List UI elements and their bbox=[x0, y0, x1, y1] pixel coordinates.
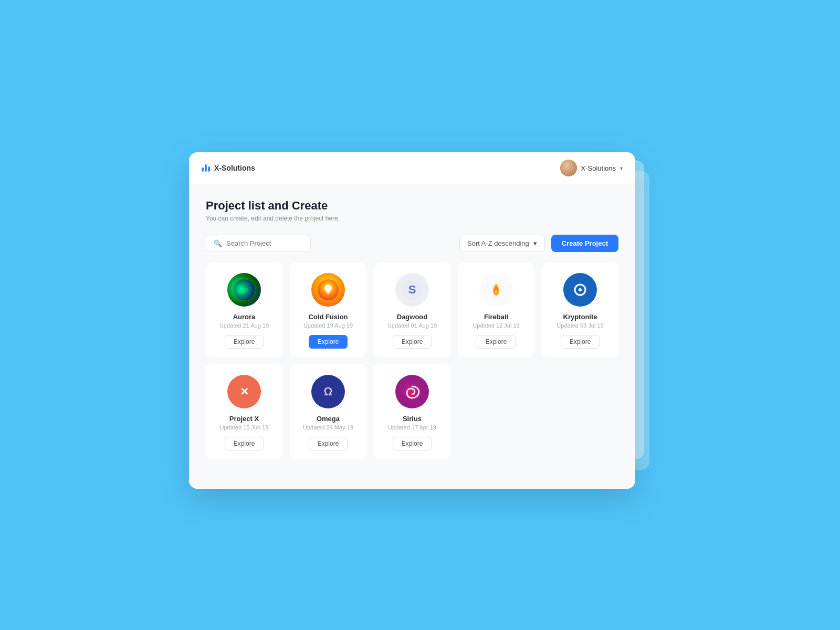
svg-point-11 bbox=[579, 288, 582, 291]
sort-dropdown[interactable]: Sort A-Z descending ▾ bbox=[459, 235, 545, 252]
brand-name: X-Solutions bbox=[214, 164, 255, 172]
project-updated-omega: Updated 24 May 19 bbox=[303, 424, 353, 430]
explore-button-dagwood[interactable]: Explore bbox=[393, 335, 432, 349]
user-menu[interactable]: X-Solutions ▾ bbox=[560, 160, 623, 176]
project-icon-coldfusion bbox=[311, 273, 345, 307]
project-card-fireball[interactable]: Fireball Updated 12 Jul 19 Explore bbox=[458, 262, 534, 357]
project-name-fireball: Fireball bbox=[484, 313, 508, 321]
svg-text:Ω: Ω bbox=[324, 385, 332, 398]
project-name-sirius: Sirius bbox=[403, 415, 422, 423]
project-name-dagwood: Dagwood bbox=[397, 313, 428, 321]
project-updated-projectx: Updated 15 Jun 19 bbox=[220, 424, 269, 430]
page-header: Project list and Create You can create, … bbox=[206, 199, 618, 222]
project-name-coldfusion: Cold Fusion bbox=[308, 313, 348, 321]
main-content: Project list and Create You can create, … bbox=[189, 184, 635, 489]
project-icon-omega: Ω bbox=[311, 375, 345, 408]
sort-chevron-icon: ▾ bbox=[533, 239, 537, 247]
chevron-down-icon: ▾ bbox=[620, 165, 623, 171]
svg-point-1 bbox=[237, 286, 249, 296]
svg-rect-4 bbox=[327, 291, 330, 293]
search-icon: 🔍 bbox=[214, 239, 222, 247]
project-name-aurora: Aurora bbox=[233, 313, 256, 321]
project-icon-aurora bbox=[227, 273, 261, 307]
project-updated-sirius: Updated 17 Apr 19 bbox=[388, 424, 436, 430]
project-icon-fireball bbox=[479, 273, 513, 307]
explore-button-sirius[interactable]: Explore bbox=[393, 437, 432, 450]
project-name-kryptonite: Kryptonite bbox=[563, 313, 597, 321]
project-card-omega[interactable]: Ω Omega Updated 24 May 19 Explore bbox=[290, 364, 366, 459]
project-card-projectx[interactable]: ✕ Project X Updated 15 Jun 19 Explore bbox=[206, 364, 282, 459]
explore-button-aurora[interactable]: Explore bbox=[225, 335, 264, 349]
search-input[interactable] bbox=[226, 239, 303, 247]
svg-point-0 bbox=[234, 279, 255, 300]
project-icon-kryptonite bbox=[563, 273, 597, 307]
toolbar: 🔍 Sort A-Z descending ▾ Create Project bbox=[206, 235, 618, 252]
explore-button-fireball[interactable]: Explore bbox=[477, 335, 516, 349]
project-icon-projectx: ✕ bbox=[227, 375, 261, 408]
sort-label: Sort A-Z descending bbox=[467, 239, 529, 247]
projects-grid-row1: Aurora Updated 21 Aug 19 Explore bbox=[206, 262, 618, 357]
projects-grid-row2: ✕ Project X Updated 15 Jun 19 Explore Ω bbox=[206, 364, 618, 459]
avatar bbox=[560, 160, 577, 176]
project-card-coldfusion[interactable]: Cold Fusion Updated 19 Aug 19 Explore bbox=[290, 262, 366, 357]
project-updated-coldfusion: Updated 19 Aug 19 bbox=[303, 322, 353, 329]
svg-rect-5 bbox=[327, 293, 329, 294]
create-project-button[interactable]: Create Project bbox=[551, 235, 618, 252]
explore-button-kryptonite[interactable]: Explore bbox=[561, 335, 600, 349]
brand-icon bbox=[202, 164, 210, 172]
project-icon-dagwood: S bbox=[395, 273, 429, 307]
page-title: Project list and Create bbox=[206, 199, 618, 213]
project-updated-aurora: Updated 21 Aug 19 bbox=[219, 322, 269, 329]
svg-point-3 bbox=[324, 285, 332, 292]
top-nav: X-Solutions X-Solutions ▾ bbox=[189, 152, 635, 184]
user-display-name: X-Solutions bbox=[581, 164, 616, 172]
explore-button-projectx[interactable]: Explore bbox=[225, 437, 264, 450]
project-updated-kryptonite: Updated 03 Jul 19 bbox=[556, 322, 603, 329]
project-icon-sirius bbox=[395, 375, 429, 408]
search-box[interactable]: 🔍 bbox=[206, 235, 311, 252]
project-name-omega: Omega bbox=[317, 415, 340, 423]
brand: X-Solutions bbox=[202, 164, 255, 172]
project-name-projectx: Project X bbox=[229, 415, 259, 423]
project-card-aurora[interactable]: Aurora Updated 21 Aug 19 Explore bbox=[206, 262, 282, 357]
project-card-sirius[interactable]: Sirius Updated 17 Apr 19 Explore bbox=[374, 364, 450, 459]
svg-text:S: S bbox=[408, 283, 416, 296]
explore-button-omega[interactable]: Explore bbox=[309, 437, 348, 450]
project-updated-dagwood: Updated 01 Aug 19 bbox=[387, 322, 437, 329]
page-subtitle: You can create, edit and delete the proj… bbox=[206, 215, 618, 222]
project-card-kryptonite[interactable]: Kryptonite Updated 03 Jul 19 Explore bbox=[542, 262, 618, 357]
project-card-dagwood[interactable]: S Dagwood Updated 01 Aug 19 Explore bbox=[374, 262, 450, 357]
project-updated-fireball: Updated 12 Jul 19 bbox=[472, 322, 519, 329]
main-card: X-Solutions X-Solutions ▾ Project list a… bbox=[189, 152, 635, 489]
svg-text:✕: ✕ bbox=[240, 386, 249, 397]
explore-button-coldfusion[interactable]: Explore bbox=[309, 335, 348, 349]
toolbar-right: Sort A-Z descending ▾ Create Project bbox=[459, 235, 618, 252]
